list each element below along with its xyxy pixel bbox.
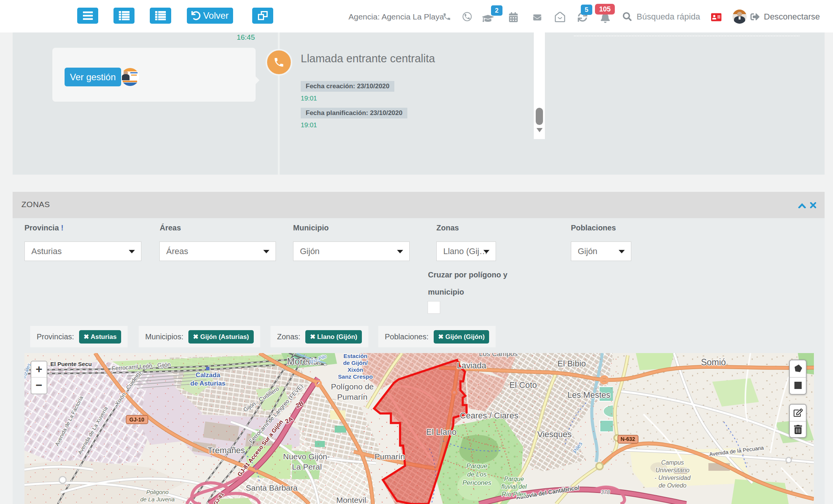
svg-text:Pumarín: Pumarín — [374, 452, 405, 461]
svg-text:Ceares / Ciares: Ceares / Ciares — [460, 411, 519, 420]
svg-text:Universitario: Universitario — [656, 467, 690, 473]
svg-text:El Llano: El Llano — [426, 427, 457, 437]
svg-text:El Coto: El Coto — [509, 380, 537, 390]
svg-text:GJ-81: GJ-81 — [212, 491, 225, 504]
svg-text:de La Juveria: de La Juveria — [140, 496, 175, 502]
svg-text:Montevil: Montevil — [336, 496, 366, 504]
svg-text:2B: 2B — [295, 400, 305, 409]
svg-text:Polígono de: Polígono de — [331, 382, 374, 391]
svg-text:Avenida de la Pecuaria: Avenida de la Pecuaria — [709, 444, 764, 457]
svg-text:Avenida de La Factoría: Avenida de La Factoría — [54, 395, 84, 447]
svg-text:Sanz Crespo: Sanz Crespo — [338, 373, 373, 380]
svg-text:N-632: N-632 — [621, 436, 635, 442]
svg-text:Pumarín: Pumarín — [337, 392, 367, 401]
svg-text:de Oviedo: de Oviedo — [659, 482, 687, 489]
svg-text:El Bibio: El Bibio — [557, 359, 586, 368]
svg-text:Los Campos: Los Campos — [479, 353, 517, 358]
svg-text:378: 378 — [601, 489, 610, 495]
svg-text:Piles: Piles — [572, 440, 584, 454]
svg-text:- Universidad: - Universidad — [655, 475, 691, 481]
svg-text:Les Mestes: Les Mestes — [567, 390, 611, 400]
svg-text:de Los: de Los — [467, 471, 487, 478]
svg-text:Tremañes: Tremañes — [207, 446, 245, 455]
svg-text:El Puente Secu: El Puente Secu — [50, 361, 92, 367]
svg-text:Parque: Parque — [467, 462, 488, 470]
svg-text:Estación: Estación — [344, 353, 368, 359]
svg-text:de Gijón/: de Gijón/ — [343, 360, 368, 366]
svg-text:2A: 2A — [284, 415, 294, 425]
svg-text:Laviada: Laviada — [457, 361, 486, 370]
svg-text:GJ-10: GJ-10 — [130, 416, 144, 423]
svg-text:Poligono: Poligono — [146, 489, 169, 495]
svg-text:Nuevo Gijón-: Nuevo Gijón- — [283, 452, 330, 461]
svg-text:Calzada: Calzada — [196, 371, 220, 379]
svg-text:Pericones: Pericones — [462, 479, 491, 486]
svg-text:Parque: Parque — [504, 476, 524, 482]
svg-text:Campus: Campus — [661, 459, 684, 466]
svg-text:fluvial del: fluvial del — [501, 483, 527, 490]
svg-text:Xixón - Cuideiru: Xixón - Cuideiru — [113, 369, 142, 407]
svg-text:Somió: Somió — [701, 357, 726, 367]
svg-text:Xixón: Xixón — [348, 366, 363, 373]
svg-text:Santa Bárbara: Santa Bárbara — [246, 483, 298, 492]
svg-text:Río Piles: Río Piles — [502, 491, 526, 498]
svg-text:Avenida de La Xuvería: Avenida de La Xuvería — [76, 405, 109, 455]
svg-text:de Asturias: de Asturias — [190, 380, 225, 387]
svg-text:La Peral: La Peral — [292, 462, 322, 471]
svg-text:Gijón - Cudillero: Gijón - Cudillero — [242, 385, 280, 413]
svg-text:Viesques: Viesques — [537, 429, 572, 439]
svg-text:Ferrocarril León - Gijón: Ferrocarril León - Gijón — [112, 361, 171, 372]
